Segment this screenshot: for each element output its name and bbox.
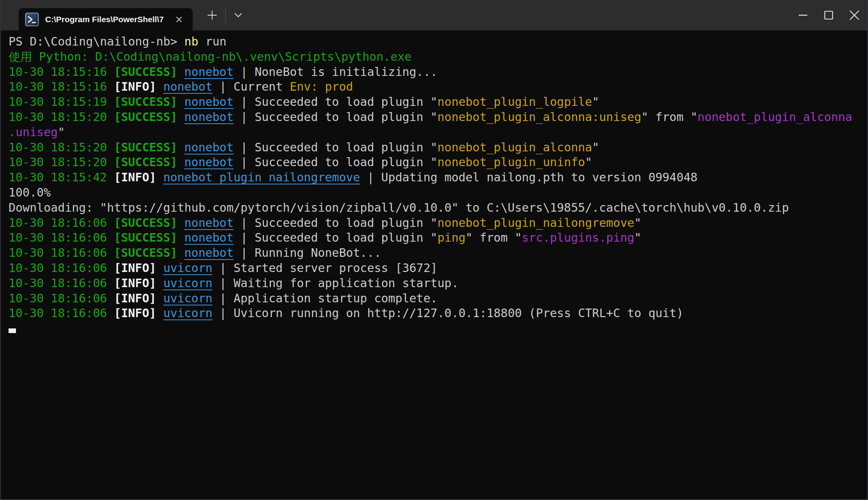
- logger-link[interactable]: nonebot: [184, 155, 234, 169]
- terminal-line: .uniseg": [9, 125, 859, 140]
- text-segment: ": [58, 125, 65, 139]
- text-segment: PS D:\Coding\nailong-nb>: [9, 35, 184, 48]
- text-segment: " from ": [466, 231, 522, 244]
- terminal-viewport[interactable]: PS D:\Coding\nailong-nb> nb run使用 Python…: [1, 30, 867, 499]
- text-segment: [177, 246, 184, 260]
- text-segment: [INFO]: [114, 170, 156, 184]
- text-segment: 使用 Python: D:\Coding\nailong-nb\.venv\Sc…: [9, 50, 411, 63]
- minimize-button[interactable]: [790, 0, 816, 30]
- text-segment: | NoneBot is initializing...: [234, 65, 438, 79]
- text-segment: [177, 95, 184, 109]
- text-segment: [156, 261, 163, 275]
- text-segment: [177, 155, 184, 169]
- terminal-line: 10-30 18:16:06 [INFO] uvicorn | Applicat…: [9, 291, 859, 306]
- tab-dropdown-button[interactable]: [228, 4, 248, 26]
- text-segment: 10-30 18:16:06: [9, 276, 114, 290]
- text-segment: 10-30 18:15:16: [9, 80, 114, 93]
- text-segment: [156, 170, 163, 184]
- text-segment: | Application startup complete.: [213, 291, 438, 305]
- text-segment: | Succeeded to load plugin ": [234, 95, 438, 109]
- logger-link[interactable]: nonebot: [184, 246, 234, 260]
- text-segment: 10-30 18:16:06: [9, 246, 114, 260]
- text-segment: " from ": [641, 110, 698, 124]
- logger-link[interactable]: nonebot: [184, 95, 234, 109]
- text-segment: [177, 216, 184, 230]
- text-segment: [SUCCESS]: [114, 140, 177, 154]
- terminal-line: 10-30 18:15:20 [SUCCESS] nonebot | Succe…: [9, 110, 859, 125]
- logger-link[interactable]: uvicorn: [163, 261, 212, 275]
- window-controls: [790, 0, 867, 30]
- text-segment: | Succeeded to load plugin ": [234, 110, 438, 124]
- text-segment: .uniseg: [9, 125, 58, 139]
- terminal-line: 10-30 18:16:06 [SUCCESS] nonebot | Succe…: [9, 230, 859, 246]
- plus-icon: [207, 10, 217, 20]
- text-segment: ": [585, 155, 592, 169]
- terminal-line: 10-30 18:16:06 [SUCCESS] nonebot | Succe…: [9, 216, 859, 231]
- terminal-line: 10-30 18:15:16 [SUCCESS] nonebot | NoneB…: [9, 65, 859, 80]
- logger-link[interactable]: uvicorn: [163, 291, 212, 305]
- terminal-line: 10-30 18:15:42 [INFO] nonebot_plugin_nai…: [9, 170, 859, 185]
- logger-link[interactable]: nonebot: [184, 216, 234, 230]
- maximize-button[interactable]: [816, 0, 842, 30]
- text-segment: nonebot_plugin_logpile: [438, 95, 592, 109]
- text-segment: 10-30 18:15:20: [9, 140, 114, 154]
- logger-link[interactable]: nonebot: [163, 80, 212, 93]
- text-segment: | Started server process [3672]: [213, 261, 438, 275]
- text-segment: | Succeeded to load plugin ": [234, 216, 438, 230]
- new-tab-button[interactable]: [201, 4, 223, 26]
- text-segment: nonebot_plugin_uninfo: [438, 155, 585, 169]
- text-segment: [SUCCESS]: [114, 155, 177, 169]
- close-icon: [849, 10, 859, 20]
- logger-link[interactable]: nonebot: [184, 140, 234, 154]
- text-segment: [156, 276, 163, 290]
- text-segment: [156, 306, 163, 320]
- tabbar-divider: [225, 8, 226, 23]
- text-segment: [SUCCESS]: [114, 216, 177, 230]
- title-bar[interactable]: C:\Program Files\PowerShell\7: [1, 0, 867, 30]
- text-segment: 10-30 18:15:42: [9, 170, 114, 184]
- tab-close-button[interactable]: [172, 13, 186, 26]
- text-segment: nb: [184, 35, 199, 48]
- text-segment: [SUCCESS]: [114, 95, 177, 109]
- logger-link[interactable]: uvicorn: [163, 276, 212, 290]
- logger-link[interactable]: nonebot: [184, 65, 234, 79]
- text-segment: ": [592, 95, 599, 109]
- tab-title: C:\Program Files\PowerShell\7: [45, 15, 172, 24]
- text-segment: [INFO]: [114, 306, 156, 320]
- logger-link[interactable]: nonebot: [184, 110, 234, 124]
- text-segment: ": [592, 140, 599, 154]
- text-segment: [177, 140, 184, 154]
- text-segment: 10-30 18:15:19: [9, 95, 114, 109]
- text-segment: | Succeeded to load plugin ": [234, 231, 438, 244]
- text-segment: nonebot_plugin_alconna: [698, 110, 852, 124]
- text-segment: | Waiting for application startup.: [213, 276, 459, 290]
- minimize-icon: [798, 11, 808, 20]
- terminal-line: 10-30 18:15:20 [SUCCESS] nonebot | Succe…: [9, 155, 859, 170]
- text-segment: | Succeeded to load plugin ": [234, 140, 438, 154]
- close-button[interactable]: [842, 0, 867, 30]
- tab-powershell[interactable]: C:\Program Files\PowerShell\7: [19, 8, 193, 30]
- text-segment: [177, 231, 184, 244]
- text-segment: | Running NoneBot...: [234, 246, 381, 260]
- text-segment: nonebot_plugin_nailongremove: [438, 216, 634, 230]
- logger-link[interactable]: uvicorn: [163, 306, 212, 320]
- text-segment: [INFO]: [114, 80, 156, 93]
- terminal-line: 10-30 18:15:19 [SUCCESS] nonebot | Succe…: [9, 95, 859, 110]
- terminal-cursor: [9, 328, 16, 333]
- text-segment: | Current: [213, 80, 290, 93]
- text-segment: run: [199, 35, 227, 48]
- terminal-window: C:\Program Files\PowerShell\7: [0, 0, 868, 500]
- text-segment: [156, 80, 163, 93]
- text-segment: [INFO]: [114, 291, 156, 305]
- text-segment: [SUCCESS]: [114, 246, 177, 260]
- logger-link[interactable]: nonebot: [184, 231, 234, 244]
- text-segment: [SUCCESS]: [114, 231, 177, 244]
- terminal-line: 10-30 18:16:06 [INFO] uvicorn | Uvicorn …: [9, 306, 859, 321]
- terminal-line: 10-30 18:16:06 [SUCCESS] nonebot | Runni…: [9, 246, 859, 261]
- terminal-line: 10-30 18:15:20 [SUCCESS] nonebot | Succe…: [9, 140, 859, 155]
- close-icon: [175, 16, 183, 23]
- terminal-lines: PS D:\Coding\nailong-nb> nb run使用 Python…: [9, 34, 859, 336]
- logger-link[interactable]: nonebot_plugin_nailongremove: [163, 170, 360, 184]
- text-segment: ": [634, 231, 641, 244]
- text-segment: ping: [438, 231, 466, 244]
